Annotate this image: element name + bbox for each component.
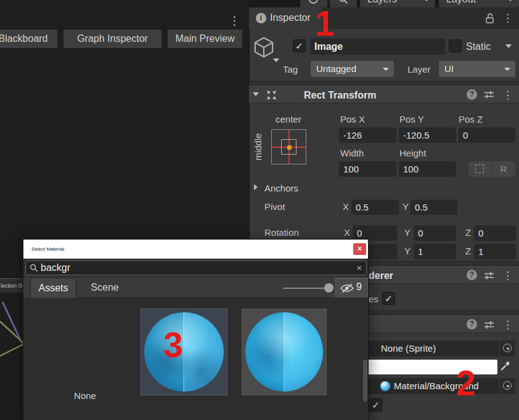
unity-editor-screenshot: ⋮ Blackboard Graph Inspector Main Previe… [0, 0, 519, 420]
hidden-packages-toggle[interactable]: 9 [335, 278, 368, 297]
material-thumbnail-selected[interactable] [141, 309, 227, 395]
canvas-renderer-title-partial: derer [369, 270, 393, 281]
layout-label: Layout [446, 0, 476, 4]
static-dropdown-icon[interactable] [505, 44, 512, 48]
foldout-open-icon[interactable] [253, 92, 259, 96]
eyedropper-icon[interactable] [499, 358, 513, 372]
layers-dropdown[interactable]: Layers [360, 0, 435, 7]
anchor-horizontal-label: center [276, 114, 301, 124]
tab-main-preview[interactable]: Main Preview [168, 30, 242, 48]
cull-transparent-mesh-checkbox[interactable]: ✓ [382, 292, 395, 305]
help-icon[interactable]: ? [467, 89, 477, 100]
scale-y-field[interactable]: 1 [414, 244, 456, 259]
picker-dot-icon [507, 347, 509, 350]
unlock-icon[interactable] [484, 12, 495, 24]
scale-y-axis-label: Y [404, 246, 411, 256]
thumbnail-size-slider[interactable] [283, 288, 330, 289]
presets-icon[interactable] [484, 90, 494, 99]
inspector-kebab-menu-icon[interactable]: ⋮ [502, 12, 513, 25]
material-grid: None Material/Backgro... Material/Backgr… [23, 298, 368, 420]
layers-label: Layers [367, 0, 397, 4]
slider-knob[interactable] [324, 283, 333, 293]
tag-label: Tag [283, 64, 298, 75]
dialog-title: Select Material [31, 240, 64, 259]
rect-transform-title: Rect Transform [304, 90, 376, 101]
image-component-kebab-icon[interactable]: ⋮ [502, 318, 513, 331]
search-value: backgr [41, 261, 70, 275]
cull-transparent-mesh-label-partial: es [369, 294, 378, 304]
pivot-x-axis-label: X [343, 201, 349, 212]
annotation-1: 1 [315, 6, 335, 41]
search-icon [338, 0, 348, 4]
dialog-tab-row: Assets Scene 9 [23, 277, 368, 298]
pivot-x-field[interactable]: 0.5 [351, 200, 399, 215]
rotation-z-axis-label: Z [465, 227, 471, 238]
rotation-z-field[interactable]: 0 [474, 225, 516, 241]
pos-x-label: Pos X [340, 114, 365, 124]
rotation-y-field[interactable]: 0 [414, 225, 456, 241]
gameobject-icon-dropdown[interactable] [273, 59, 279, 62]
gameobject-active-checkbox[interactable]: ✓ [293, 39, 306, 52]
tab-scene[interactable]: Scene [80, 278, 129, 298]
pos-z-field[interactable]: 0 [459, 127, 515, 143]
pivot-y-field[interactable]: 0.5 [411, 200, 457, 215]
foldout-closed-icon[interactable] [254, 184, 258, 190]
tab-assets[interactable]: Assets [30, 278, 76, 298]
dialog-title-bar[interactable]: Select Material × [23, 240, 368, 259]
rect-transform-kebab-icon[interactable]: ⋮ [502, 89, 513, 102]
help-icon[interactable]: ? [467, 319, 477, 329]
layer-dropdown[interactable]: UI [439, 61, 515, 77]
material-sphere-preview [245, 312, 323, 392]
static-checkbox[interactable] [449, 39, 462, 52]
tab-blackboard[interactable]: Blackboard [0, 30, 57, 48]
info-icon: i [256, 13, 266, 23]
dialog-scrollbar[interactable] [363, 360, 367, 402]
raw-edit-mode-button[interactable]: R [491, 161, 515, 177]
dashed-rect-icon [475, 164, 484, 173]
inspector-tab-label: Inspector [270, 12, 311, 23]
select-material-dialog: Select Material × backgr × Assets Scene [23, 239, 369, 420]
height-label: Height [399, 148, 426, 158]
material-sphere-icon [380, 381, 390, 391]
graph-kebab-menu-icon[interactable]: ⋮ [229, 14, 240, 28]
raycast-target-checkbox[interactable]: ✓ [369, 398, 382, 411]
canvas-renderer-kebab-icon[interactable]: ⋮ [502, 269, 513, 282]
chevron-down-icon [423, 0, 430, 1]
pivot-y-axis-label: Y [403, 201, 409, 212]
rect-transform-header[interactable] [249, 86, 519, 103]
height-field[interactable]: 100 [399, 161, 456, 177]
graph-connection-wires [0, 289, 23, 400]
tag-value: Untagged [316, 63, 356, 74]
anchors-label: Anchors [264, 183, 298, 193]
layout-dropdown[interactable]: Layout [439, 0, 519, 7]
pivot-label: Pivot [264, 201, 285, 212]
width-field[interactable]: 100 [339, 161, 396, 177]
tab-inspector[interactable]: i Inspector [249, 7, 322, 29]
picker-dot-icon [507, 385, 509, 387]
clear-search-icon[interactable]: × [356, 261, 362, 275]
width-label: Width [340, 148, 364, 158]
layer-label: Layer [407, 64, 431, 75]
pos-x-field[interactable]: -126 [339, 127, 396, 143]
presets-icon[interactable] [484, 320, 494, 329]
help-icon[interactable]: ? [467, 270, 477, 280]
presets-icon[interactable] [484, 271, 494, 280]
material-search-input[interactable]: backgr × [25, 260, 367, 275]
scale-z-field[interactable]: 1 [474, 244, 516, 259]
annotation-2: 2 [456, 366, 476, 401]
blueprint-mode-button[interactable] [468, 161, 491, 177]
graph-node-title[interactable]: lection O [0, 278, 23, 293]
chevron-down-icon [383, 68, 389, 71]
anchor-center-dot [287, 145, 292, 150]
search-icon [30, 264, 38, 272]
material-object-picker[interactable] [499, 378, 515, 394]
tag-dropdown[interactable]: Untagged [311, 61, 394, 77]
tab-graph-inspector[interactable]: Graph Inspector [63, 30, 161, 48]
dialog-close-button[interactable]: × [353, 243, 366, 255]
annotation-3: 3 [163, 328, 183, 363]
pos-y-field[interactable]: -120.5 [399, 127, 456, 143]
material-thumbnail[interactable] [242, 309, 327, 395]
anchor-preset-widget[interactable] [271, 129, 306, 164]
sprite-object-picker[interactable] [499, 341, 515, 357]
material-item-none[interactable]: None [60, 390, 110, 401]
